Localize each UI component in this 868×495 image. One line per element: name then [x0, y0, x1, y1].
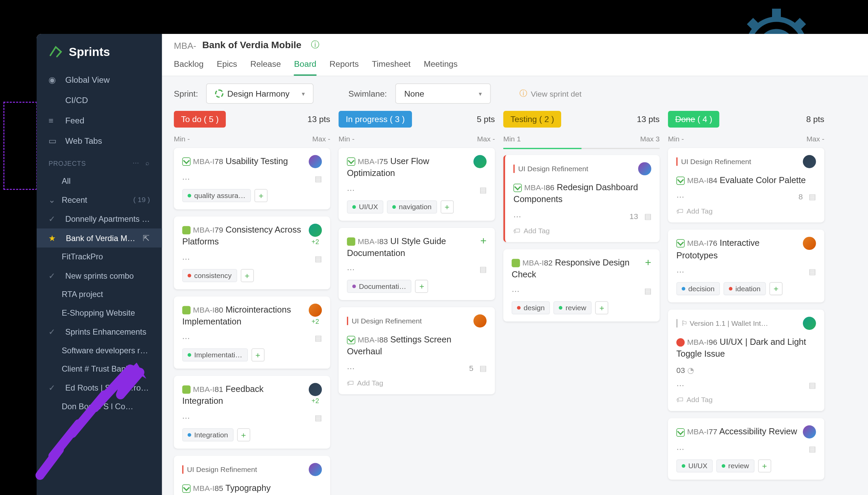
tag[interactable]: navigation	[387, 200, 437, 213]
tag[interactable]: ideation	[724, 282, 766, 295]
add-tag-button[interactable]: +	[415, 280, 429, 293]
sprint-info[interactable]: ⓘ View sprint det	[520, 88, 581, 99]
assignee-avatar[interactable]	[803, 317, 816, 330]
add-tag-button[interactable]: +	[254, 189, 268, 202]
projects-recent[interactable]: ⌄ Recent ( 19 )	[37, 190, 162, 209]
more-icon[interactable]: ⋯	[512, 287, 520, 295]
project-item[interactable]: ✓New sprints combo	[37, 266, 162, 285]
card[interactable]: MBA-I75 User Flow Optimization ⋯▤UI/UXna…	[339, 148, 495, 220]
card[interactable]: MBA-I78 Usability Testing ⋯▤quality assu…	[174, 148, 330, 209]
assignee-avatar[interactable]	[803, 237, 816, 250]
column-badge[interactable]: To do ( 5 )	[174, 111, 226, 127]
card[interactable]: MBA-I76 Interactive Prototypes ⋯▤decisio…	[668, 230, 824, 303]
add-tag-button[interactable]: +	[251, 348, 265, 362]
card[interactable]: MBA-I81 Feedback Integration +2 ⋯▤Integr…	[174, 376, 330, 448]
tag[interactable]: review	[554, 302, 592, 314]
sidebar-nav-webtabs[interactable]: ▭Web Tabs	[37, 131, 162, 151]
assignee-avatar[interactable]	[803, 155, 816, 168]
tag[interactable]: review	[716, 460, 754, 473]
assignee-avatar[interactable]	[309, 224, 322, 237]
assignee-avatar[interactable]	[638, 162, 651, 175]
add-tag-link[interactable]: 🏷Add Tag	[513, 226, 651, 235]
card[interactable]: UI Design Refinement MBA-I84 Evaluate Co…	[668, 148, 824, 223]
subtask-icon[interactable]: ▤	[479, 185, 487, 194]
project-item[interactable]: Software developers r…	[37, 341, 162, 360]
add-assignee[interactable]: +	[645, 256, 651, 269]
external-icon[interactable]: ⇱	[143, 233, 150, 243]
subtask-icon[interactable]: ▤	[314, 254, 322, 263]
tag[interactable]: quality assura…	[182, 189, 251, 202]
sidebar-nav-cicd[interactable]: CI/CD	[37, 90, 162, 110]
add-tag-link[interactable]: 🏷Add Tag	[677, 207, 816, 216]
project-item[interactable]: Client # Trust Bank…	[37, 360, 162, 378]
card[interactable]: ⚐ Version 1.1 | Wallet Int… MBA-I96 UI/U…	[668, 309, 824, 411]
tab-board[interactable]: Board	[294, 54, 316, 75]
tag[interactable]: consistency	[182, 269, 237, 282]
add-tag-button[interactable]: +	[758, 460, 771, 473]
assignee-avatar[interactable]	[309, 463, 322, 476]
subtask-icon[interactable]: ▤	[479, 364, 487, 373]
project-item[interactable]: Don Bosco S l Co…	[37, 397, 162, 416]
more-icon[interactable]: ⋯	[182, 174, 190, 183]
add-tag-link[interactable]: 🏷Add Tag	[347, 379, 487, 387]
more-icon[interactable]: ⋯	[182, 254, 190, 263]
more-assignees[interactable]: +2	[311, 318, 319, 325]
project-item[interactable]: ✓Sprints Enhancements	[37, 322, 162, 341]
tab-release[interactable]: Release	[250, 54, 281, 75]
subtask-icon[interactable]: ▤	[809, 445, 816, 454]
card[interactable]: MBA-I79 Consistency Across Platforms +2 …	[174, 217, 330, 289]
card[interactable]: UI Design Refinement MBA-I85 Typography	[174, 456, 330, 495]
assignee-avatar[interactable]	[309, 383, 322, 396]
sprint-select[interactable]: Design Harmony ▾	[206, 83, 314, 104]
add-tag-button[interactable]: +	[440, 200, 454, 213]
assignee-avatar[interactable]	[473, 314, 487, 328]
add-tag-button[interactable]: +	[240, 269, 254, 282]
tag[interactable]: Documentati…	[347, 280, 412, 293]
subtask-icon[interactable]: ▤	[314, 413, 322, 422]
tag[interactable]: UI/UX	[347, 200, 383, 213]
project-item[interactable]: ✓Ed Roots | Study…ro…	[37, 378, 162, 397]
info-icon[interactable]: ⓘ	[311, 40, 319, 51]
more-icon[interactable]: ⋯	[182, 334, 190, 342]
tab-timesheet[interactable]: Timesheet	[372, 54, 411, 75]
add-tag-link[interactable]: 🏷Add Tag	[677, 396, 816, 404]
projects-all[interactable]: All	[37, 172, 162, 190]
tab-meetings[interactable]: Meetings	[424, 54, 458, 75]
subtask-icon[interactable]: ▤	[809, 381, 816, 390]
card[interactable]: UI Design Refinement MBA-I88 Settings Sc…	[339, 307, 495, 394]
tab-epics[interactable]: Epics	[217, 54, 237, 75]
more-icon[interactable]: ⋯	[513, 211, 521, 220]
card[interactable]: MBA-I80 Microinteractions Implementation…	[174, 296, 330, 369]
more-icon[interactable]: ⋯	[347, 265, 355, 274]
project-item[interactable]: ★Bank of Verdia Mobile⇱	[37, 228, 162, 248]
add-tag-button[interactable]: +	[595, 302, 608, 314]
project-item[interactable]: RTA project	[37, 285, 162, 304]
projects-search-icon[interactable]: ⌕	[146, 159, 150, 167]
subtask-icon[interactable]: ▤	[479, 265, 487, 274]
projects-more-icon[interactable]: ⋯	[133, 159, 139, 167]
column-badge[interactable]: In progress ( 3 )	[339, 111, 412, 127]
tab-backlog[interactable]: Backlog	[174, 54, 204, 75]
tag[interactable]: UI/UX	[677, 460, 713, 473]
subtask-icon[interactable]: ▤	[644, 287, 651, 295]
column-badge[interactable]: Testing ( 2 )	[503, 111, 561, 127]
more-icon[interactable]: ⋯	[182, 413, 190, 422]
subtask-icon[interactable]: ▤	[314, 334, 322, 342]
more-icon[interactable]: ⋯	[347, 364, 355, 373]
card[interactable]: MBA-I83 UI Style Guide Documentation + ⋯…	[339, 227, 495, 300]
assignee-avatar[interactable]	[309, 304, 322, 317]
card[interactable]: MBA-I82 Responsive Design Check + ⋯▤desi…	[503, 249, 660, 322]
more-icon[interactable]: ⋯	[677, 445, 684, 454]
tag[interactable]: decision	[677, 282, 720, 295]
more-icon[interactable]: ⋯	[347, 185, 355, 194]
tab-reports[interactable]: Reports	[329, 54, 359, 75]
tag[interactable]: Implementati…	[182, 348, 248, 362]
assignee-avatar[interactable]	[309, 155, 322, 168]
subtask-icon[interactable]: ▤	[809, 267, 816, 276]
project-item[interactable]: FitTrackPro	[37, 248, 162, 266]
sidebar-nav-feed[interactable]: ≡Feed	[37, 110, 162, 131]
subtask-icon[interactable]: ▤	[809, 192, 816, 201]
assignee-avatar[interactable]	[803, 426, 816, 439]
sidebar-nav-globalview[interactable]: ◉Global View	[37, 70, 162, 90]
more-assignees[interactable]: +2	[311, 397, 319, 405]
